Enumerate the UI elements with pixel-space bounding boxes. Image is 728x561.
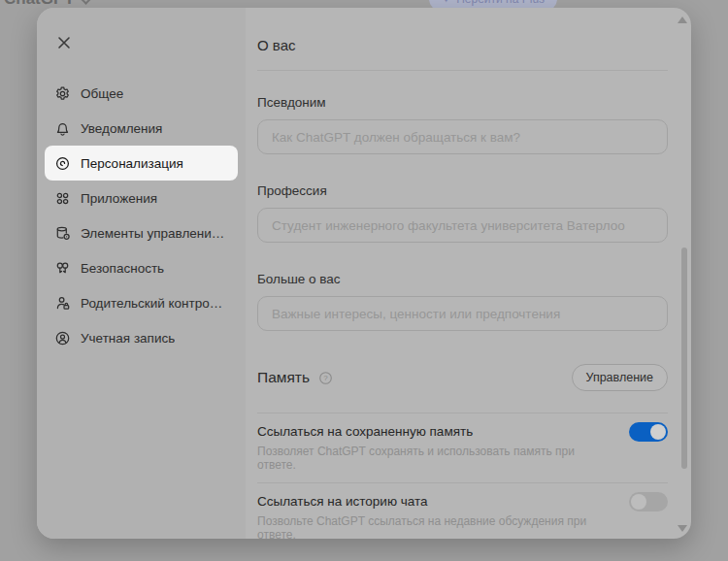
person-circle-icon xyxy=(54,330,71,346)
toggle-description: Позволяет ChatGPT сохранять и использова… xyxy=(257,445,613,472)
personalization-icon xyxy=(54,155,71,172)
scrollbar-down-arrow-icon[interactable] xyxy=(678,525,687,532)
toggle-description: Позвольте ChatGPT ссылаться на недавние … xyxy=(257,514,613,539)
sidebar-item-label: Родительский контро… xyxy=(81,296,222,311)
sidebar-item-label: Элементы управлени… xyxy=(81,226,224,241)
sidebar-item-label: Приложения xyxy=(81,191,157,206)
svg-text:?: ? xyxy=(323,374,328,382)
settings-dialog: Общее Уведомления xyxy=(37,8,691,539)
chat-history-row: Ссылаться на историю чата Позвольте Chat… xyxy=(257,483,668,539)
person-lock-icon xyxy=(54,295,71,312)
close-button[interactable] xyxy=(54,33,74,52)
sidebar-item-label: Общее xyxy=(81,86,123,101)
bell-icon xyxy=(54,120,71,137)
field-label: Профессия xyxy=(257,182,668,199)
nickname-input[interactable] xyxy=(257,119,668,154)
help-icon[interactable]: ? xyxy=(318,371,333,385)
scrollbar-thumb[interactable] xyxy=(681,248,687,469)
database-gear-icon xyxy=(54,225,71,242)
sidebar-item-notifications[interactable]: Уведомления xyxy=(45,111,238,146)
settings-content: О вас Псевдоним Профессия Больше о вас П… xyxy=(246,8,691,539)
field-occupation: Профессия xyxy=(257,182,668,243)
sidebar-item-label: Учетная запись xyxy=(81,331,175,346)
sidebar-item-apps[interactable]: Приложения xyxy=(45,181,238,215)
settings-sidebar: Общее Уведомления xyxy=(37,8,246,539)
toggle-knob xyxy=(631,494,646,510)
page-title: О вас xyxy=(257,37,668,54)
chat-history-toggle[interactable] xyxy=(629,492,668,512)
sidebar-item-general[interactable]: Общее xyxy=(45,76,238,111)
apps-grid-icon xyxy=(54,190,71,207)
saved-memories-row: Ссылаться на сохраненную память Позволяе… xyxy=(257,413,668,482)
scrollbar-up-arrow-icon[interactable] xyxy=(678,16,687,23)
sidebar-item-label: Безопасность xyxy=(81,261,164,276)
memory-section-header: Память ? Управление xyxy=(257,364,668,391)
more-about-you-input[interactable] xyxy=(257,296,668,331)
manage-memory-button[interactable]: Управление xyxy=(572,364,669,391)
settings-nav: Общее Уведомления xyxy=(45,76,238,355)
field-label: Псевдоним xyxy=(257,94,668,111)
divider xyxy=(257,70,668,71)
field-label: Больше о вас xyxy=(257,271,668,287)
sidebar-item-label: Персонализация xyxy=(81,156,183,171)
sparkle-icon: ✦ xyxy=(442,0,450,5)
keys-icon xyxy=(54,260,71,277)
toggle-label: Ссылаться на сохраненную память xyxy=(257,423,613,440)
sidebar-item-account[interactable]: Учетная запись xyxy=(45,320,238,355)
row-text: Ссылаться на историю чата Позвольте Chat… xyxy=(257,493,629,539)
row-text: Ссылаться на сохраненную память Позволяе… xyxy=(257,423,629,472)
memory-title: Память xyxy=(257,369,310,386)
toggle-knob xyxy=(650,424,666,440)
sidebar-item-security[interactable]: Безопасность xyxy=(45,250,238,285)
occupation-input[interactable] xyxy=(257,208,668,243)
chevron-down-icon xyxy=(80,0,92,4)
sidebar-item-data-controls[interactable]: Элементы управлени… xyxy=(45,215,238,250)
field-nickname: Псевдоним xyxy=(257,94,668,154)
page-background: ChatGPT ✦ Перейти на Plus xyxy=(0,0,728,561)
gear-icon xyxy=(54,85,71,102)
toggle-label: Ссылаться на историю чата xyxy=(257,493,613,510)
close-icon xyxy=(56,39,72,53)
saved-memories-toggle[interactable] xyxy=(629,422,668,442)
sidebar-item-label: Уведомления xyxy=(81,121,162,136)
upgrade-plus-label: Перейти на Plus xyxy=(456,0,545,6)
sidebar-item-parental-controls[interactable]: Родительский контро… xyxy=(45,285,238,320)
sidebar-item-personalization[interactable]: Персонализация xyxy=(45,146,238,181)
field-more-about-you: Больше о вас xyxy=(257,271,668,331)
